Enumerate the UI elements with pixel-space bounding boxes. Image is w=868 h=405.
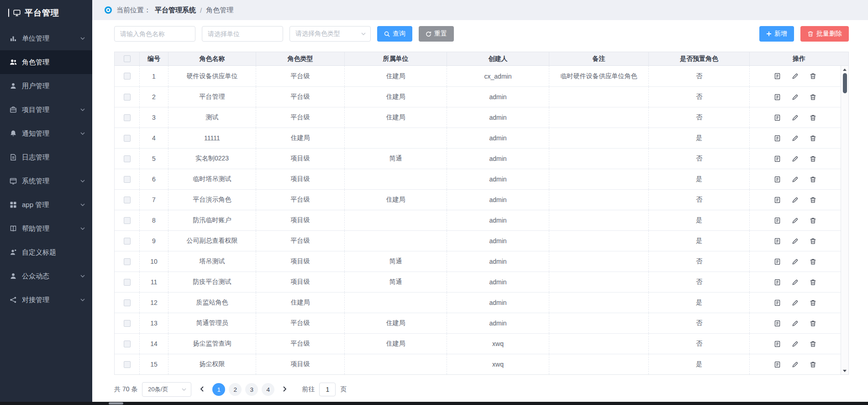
breadcrumb-root[interactable]: 平台管理系统 [155, 6, 196, 15]
horizontal-scrollbar-thumb[interactable] [109, 402, 123, 405]
role-name-input[interactable] [114, 26, 195, 42]
delete-icon[interactable] [810, 114, 816, 121]
edit-icon[interactable] [792, 361, 799, 368]
detail-icon[interactable] [774, 299, 781, 306]
cell-name: 扬尘监管查询 [168, 334, 256, 354]
edit-icon[interactable] [792, 176, 799, 183]
sidebar-item-label: 通知管理 [22, 129, 75, 138]
cell-name: 扬尘权限 [168, 354, 256, 374]
sidebar-item-帮助管理[interactable]: 帮助管理 [0, 217, 92, 240]
page-button-4[interactable]: 4 [262, 383, 274, 396]
delete-icon[interactable] [810, 197, 816, 203]
delete-icon[interactable] [810, 320, 816, 327]
prev-page-button[interactable] [196, 383, 208, 396]
delete-icon[interactable] [810, 176, 816, 183]
edit-icon[interactable] [792, 299, 799, 306]
delete-icon[interactable] [810, 238, 816, 245]
detail-icon[interactable] [774, 320, 781, 327]
detail-icon[interactable] [774, 94, 781, 101]
detail-icon[interactable] [774, 279, 781, 286]
delete-icon[interactable] [810, 73, 816, 80]
detail-icon[interactable] [774, 238, 781, 245]
detail-icon[interactable] [774, 176, 781, 183]
row-checkbox[interactable] [124, 73, 131, 80]
table-scrollbar[interactable] [841, 66, 848, 374]
edit-icon[interactable] [792, 217, 799, 224]
chevron-down-icon [80, 108, 85, 111]
sidebar-item-通知管理[interactable]: 通知管理 [0, 122, 92, 145]
detail-icon[interactable] [774, 361, 781, 368]
unit-input[interactable] [202, 26, 283, 42]
edit-icon[interactable] [792, 73, 799, 80]
delete-icon[interactable] [810, 258, 816, 265]
detail-icon[interactable] [774, 341, 781, 347]
detail-icon[interactable] [774, 258, 781, 265]
edit-icon[interactable] [792, 279, 799, 286]
edit-icon[interactable] [792, 135, 799, 142]
row-checkbox[interactable] [124, 94, 131, 101]
delete-icon[interactable] [810, 361, 816, 368]
delete-icon[interactable] [810, 341, 816, 347]
scrollbar-thumb[interactable] [843, 73, 847, 93]
row-checkbox[interactable] [124, 361, 131, 368]
detail-icon[interactable] [774, 73, 781, 80]
goto-page-input[interactable] [319, 383, 336, 396]
edit-icon[interactable] [792, 197, 799, 203]
cell-type: 平台级 [256, 313, 345, 333]
sidebar-item-项目管理[interactable]: 项目管理 [0, 98, 92, 122]
detail-icon[interactable] [774, 217, 781, 224]
delete-icon[interactable] [810, 155, 816, 162]
sidebar-item-公众动态[interactable]: 公众动态 [0, 264, 92, 288]
detail-icon[interactable] [774, 135, 781, 142]
row-checkbox[interactable] [124, 258, 131, 265]
reset-button[interactable]: 重置 [419, 26, 454, 42]
row-checkbox[interactable] [124, 341, 131, 347]
sidebar-item-系统管理[interactable]: 系统管理 [0, 169, 92, 193]
scroll-up-icon[interactable] [843, 67, 847, 72]
edit-icon[interactable] [792, 155, 799, 162]
edit-icon[interactable] [792, 114, 799, 121]
scroll-down-icon[interactable] [843, 368, 847, 373]
sidebar-item-用户管理[interactable]: 用户管理 [0, 74, 92, 98]
delete-icon[interactable] [810, 217, 816, 224]
sidebar-item-app 管理[interactable]: app 管理 [0, 193, 92, 217]
role-type-select[interactable]: 请选择角色类型 [289, 26, 371, 42]
edit-icon[interactable] [792, 341, 799, 347]
next-page-button[interactable] [279, 383, 291, 396]
add-button[interactable]: 新增 [759, 26, 794, 42]
row-checkbox[interactable] [124, 299, 131, 306]
row-checkbox[interactable] [124, 217, 131, 224]
detail-icon[interactable] [774, 155, 781, 162]
page-size-select[interactable]: 20条/页 [142, 382, 191, 397]
row-checkbox[interactable] [124, 155, 131, 162]
page-button-2[interactable]: 2 [229, 383, 242, 396]
select-all-checkbox[interactable] [124, 55, 131, 62]
batch-delete-button[interactable]: 批量删除 [800, 26, 849, 42]
row-checkbox[interactable] [124, 135, 131, 142]
page-button-1[interactable]: 1 [212, 383, 225, 396]
row-checkbox[interactable] [124, 279, 131, 286]
sidebar-item-自定义标题[interactable]: 自定义标题 [0, 240, 92, 264]
row-checkbox[interactable] [124, 320, 131, 327]
sidebar-item-日志管理[interactable]: 日志管理 [0, 145, 92, 169]
edit-icon[interactable] [792, 320, 799, 327]
detail-icon[interactable] [774, 114, 781, 121]
header-unit: 所属单位 [345, 52, 447, 65]
sidebar-item-角色管理[interactable]: 角色管理 [0, 50, 92, 74]
sidebar-item-对接管理[interactable]: 对接管理 [0, 288, 92, 312]
row-checkbox[interactable] [124, 114, 131, 121]
delete-icon[interactable] [810, 279, 816, 286]
sidebar-item-单位管理[interactable]: 单位管理 [0, 27, 92, 50]
delete-icon[interactable] [810, 135, 816, 142]
detail-icon[interactable] [774, 197, 781, 203]
delete-icon[interactable] [810, 299, 816, 306]
edit-icon[interactable] [792, 258, 799, 265]
row-checkbox[interactable] [124, 176, 131, 183]
page-button-3[interactable]: 3 [245, 383, 258, 396]
delete-icon[interactable] [810, 94, 816, 101]
edit-icon[interactable] [792, 238, 799, 245]
row-checkbox[interactable] [124, 197, 131, 203]
edit-icon[interactable] [792, 94, 799, 101]
search-button[interactable]: 查询 [377, 26, 412, 42]
row-checkbox[interactable] [124, 238, 131, 245]
